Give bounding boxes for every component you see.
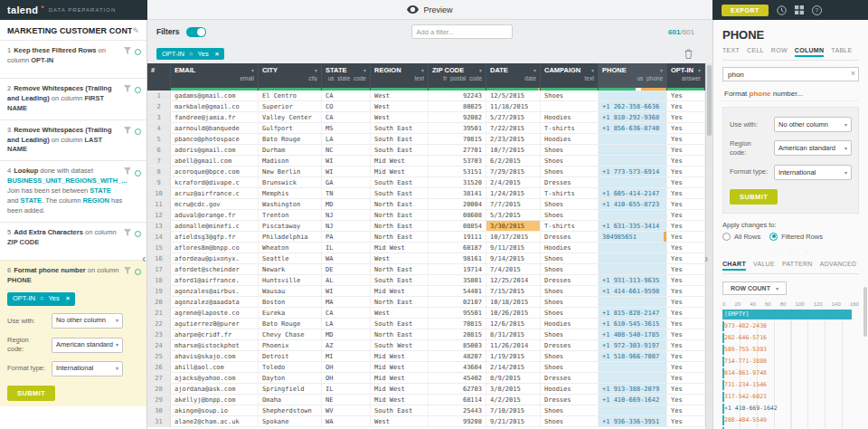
- cell[interactable]: Yes: [667, 101, 705, 111]
- cell[interactable]: 7/4/2015: [486, 264, 541, 274]
- caret-down-icon[interactable]: ▾: [698, 67, 701, 73]
- cell[interactable]: akinge@soup.io: [171, 405, 259, 415]
- tab-table[interactable]: TABLE: [831, 47, 852, 57]
- cell[interactable]: aarnould@banquede: [171, 123, 259, 133]
- submit-button[interactable]: SUBMIT: [7, 386, 55, 401]
- step-status-icon[interactable]: [135, 231, 141, 237]
- table-row[interactable]: 20agonzalez@aaadataBostonMANorth East021…: [147, 297, 705, 308]
- cell[interactable]: 9/11/2015: [486, 243, 541, 253]
- table-row[interactable]: 23aharpe@cridf.frChevy ChaseMDNorth East…: [147, 329, 705, 340]
- cell[interactable]: Dresses: [541, 395, 599, 405]
- cell[interactable]: Springfield: [259, 384, 322, 394]
- cell[interactable]: NJ: [322, 221, 371, 231]
- edit-title-icon[interactable]: ✎: [132, 26, 139, 35]
- table-row[interactable]: 29akellyj@bnpp.comOmahaNEMid West681144/…: [147, 395, 705, 405]
- cell[interactable]: Yes: [667, 253, 705, 263]
- cell[interactable]: acruz@airfrance.c: [171, 188, 259, 198]
- cell[interactable]: 9/21/2015: [486, 416, 541, 426]
- cell[interactable]: Yes: [667, 134, 705, 144]
- cell[interactable]: ajacks@yahoo.com: [171, 373, 259, 383]
- column-header-date[interactable]: DATE▾date: [486, 63, 541, 91]
- cell[interactable]: aduval@orange.fr: [171, 210, 259, 220]
- cell[interactable]: [599, 91, 667, 100]
- prep-step-3[interactable]: 3Remove Whitespaces (Trailing and Leadin…: [0, 119, 146, 161]
- cell[interactable]: T-shirts: [541, 188, 599, 198]
- cell[interactable]: Yes: [667, 351, 705, 361]
- cell[interactable]: 12/6/2015: [486, 319, 541, 329]
- cell[interactable]: New Berlin: [259, 167, 322, 176]
- cell[interactable]: Gulfport: [259, 123, 322, 133]
- format-type-select[interactable]: International▾: [774, 165, 852, 180]
- cell[interactable]: North East: [371, 329, 429, 339]
- cell[interactable]: CA: [322, 91, 371, 100]
- cell[interactable]: Durham: [259, 145, 322, 155]
- cell[interactable]: South East: [371, 405, 429, 415]
- cell[interactable]: South East: [371, 145, 429, 155]
- cell[interactable]: CA: [322, 308, 371, 318]
- cell[interactable]: Yes: [667, 395, 705, 405]
- column-header-city[interactable]: CITY▾city: [259, 63, 322, 91]
- cell[interactable]: Yes: [667, 308, 705, 318]
- table-row[interactable]: 22agutierrez0@purerBato RougeLASouth Eas…: [147, 319, 705, 329]
- chip-remove-icon[interactable]: ×: [66, 294, 70, 304]
- chart-bar-row[interactable]: 014-861-9748: [722, 367, 859, 379]
- delete-filter-icon[interactable]: [684, 49, 693, 59]
- step-status-icon[interactable]: [135, 129, 141, 135]
- table-row[interactable]: 28ajordana@ask.comSpringfieldILMid West6…: [147, 384, 705, 395]
- cell[interactable]: ajordana@ask.com: [171, 384, 259, 394]
- table-row[interactable]: 7abell@gmail.comMadisonWIMid West537036/…: [147, 156, 705, 167]
- cell[interactable]: Shepherdstown: [259, 405, 322, 415]
- table-row[interactable]: 10acruz@airfrance.cMemphisTNSouth East38…: [147, 188, 705, 199]
- add-filter-input[interactable]: Add a filter...: [411, 24, 513, 39]
- prep-step-1[interactable]: 1Keep these Filtered Rows on column OPT-…: [0, 40, 146, 78]
- collapse-left-icon[interactable]: ‹: [142, 252, 146, 265]
- cell[interactable]: abell@gmail.com: [171, 156, 259, 166]
- row-count-dropdown[interactable]: ROW COUNT ▾: [722, 281, 787, 295]
- cell[interactable]: Toledo: [259, 362, 322, 372]
- cell[interactable]: Trenton: [259, 210, 322, 220]
- cell[interactable]: 92082: [429, 112, 486, 122]
- cell[interactable]: ahavis@skajo.com: [171, 351, 259, 361]
- cell[interactable]: Shoes: [541, 253, 599, 263]
- cell[interactable]: 2/4/2015: [486, 177, 541, 187]
- cell[interactable]: [599, 145, 667, 155]
- cell[interactable]: 7/29/2015: [486, 167, 541, 176]
- filter-chip[interactable]: OPT-IN=Yes×: [156, 48, 224, 60]
- cell[interactable]: 2/23/2015: [486, 134, 541, 144]
- column-header-state[interactable]: STATE▾us_state_code: [322, 63, 371, 91]
- cell[interactable]: NJ: [322, 210, 371, 220]
- cell[interactable]: +1 414-661-9598: [599, 286, 667, 296]
- cell[interactable]: Shoes: [541, 351, 599, 361]
- column-header-campaign[interactable]: CAMPAIGN▾text: [541, 63, 599, 91]
- cell[interactable]: WA: [322, 416, 371, 426]
- cell[interactable]: West: [371, 101, 429, 111]
- cell[interactable]: 3/8/2015: [486, 384, 541, 394]
- cell[interactable]: 2/14/2015: [486, 362, 541, 372]
- cell[interactable]: Yes: [667, 123, 705, 133]
- clear-search-icon[interactable]: ×: [851, 69, 855, 78]
- cell[interactable]: 9/14/2015: [486, 253, 541, 263]
- cell[interactable]: Huntsville: [259, 275, 322, 285]
- cell[interactable]: 68114: [429, 395, 486, 405]
- step-status-icon[interactable]: [135, 49, 141, 55]
- cell[interactable]: agutierrez0@purer: [171, 319, 259, 329]
- table-row[interactable]: 4aarnould@banquedeGulfportMSSouth East39…: [147, 123, 705, 134]
- cell[interactable]: aharpe@cridf.fr: [171, 329, 259, 339]
- caret-down-icon[interactable]: ▾: [533, 67, 536, 73]
- table-row[interactable]: 2markbale@gmail.coSuperiorCOWest8002511/…: [147, 101, 705, 112]
- cell[interactable]: Dresses: [541, 340, 599, 350]
- step-filter-icon[interactable]: [124, 47, 131, 58]
- chart-bar-row[interactable]: 288-862-5339: [722, 426, 859, 429]
- cell[interactable]: South East: [371, 275, 429, 285]
- cell[interactable]: GA: [322, 177, 371, 187]
- cell[interactable]: LA: [322, 134, 371, 144]
- cell[interactable]: Mid West: [371, 373, 429, 383]
- cell[interactable]: Washington: [259, 199, 322, 209]
- cell[interactable]: 02107: [429, 297, 486, 307]
- cell[interactable]: [599, 297, 667, 307]
- cell[interactable]: 45402: [429, 373, 486, 383]
- cell[interactable]: 10/26/2015: [486, 308, 541, 318]
- cell[interactable]: Shoes: [541, 210, 599, 220]
- cell[interactable]: agrene@laposte.co: [171, 308, 259, 318]
- cell[interactable]: CO: [322, 101, 371, 111]
